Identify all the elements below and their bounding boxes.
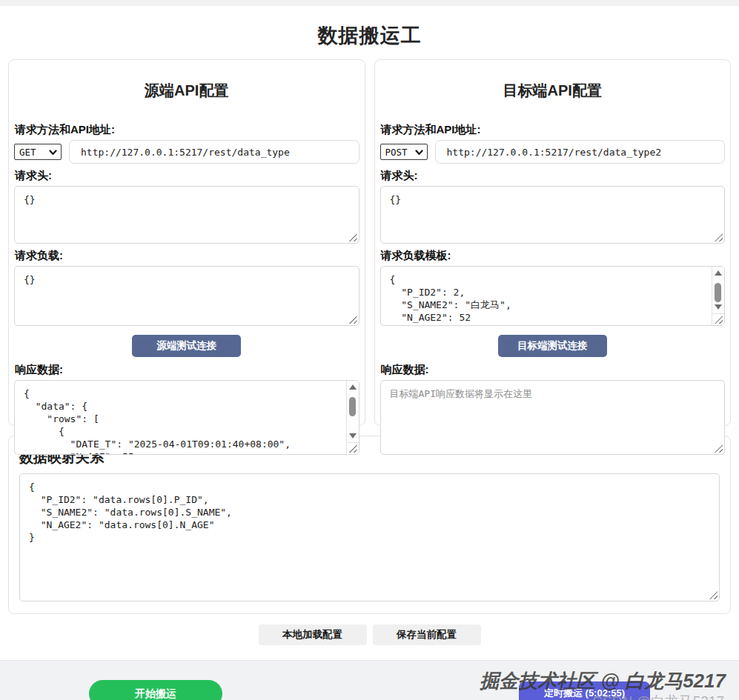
top-strip — [0, 0, 739, 6]
target-payload-value: { "P_ID2": 2, "S_NAME2": "白龙马", "N_AGE2"… — [381, 267, 725, 326]
resize-grip-icon[interactable] — [349, 233, 357, 241]
scrollbar[interactable] — [712, 267, 724, 313]
resize-grip-icon[interactable] — [349, 444, 357, 453]
mapping-value: { "P_ID2": "data.rows[0].P_ID", "S_NAME2… — [20, 474, 719, 550]
target-headers-textarea[interactable]: {} — [380, 186, 726, 244]
scroll-corner — [346, 442, 359, 454]
target-headers-label: 请求头: — [381, 169, 725, 183]
start-transfer-button[interactable]: 开始搬运 — [89, 680, 222, 700]
target-response-label: 响应数据: — [381, 363, 725, 377]
save-config-button[interactable]: 保存当前配置 — [373, 624, 481, 645]
scroll-up-icon[interactable] — [715, 270, 722, 276]
source-headers-textarea[interactable]: {} — [14, 186, 359, 244]
source-response-textarea[interactable]: { "data": { "rows": [ { "DATE_T": "2025-… — [14, 380, 359, 455]
resize-grip-icon[interactable] — [715, 316, 723, 324]
target-method-label: 请求方法和API地址: — [381, 123, 725, 137]
scroll-down-icon[interactable] — [715, 304, 722, 310]
scheduled-transfer-button[interactable]: 定时搬运 (5:02:55) — [519, 681, 650, 700]
scroll-up-icon[interactable] — [349, 384, 357, 390]
scrollbar-thumb[interactable] — [715, 283, 721, 302]
scroll-corner — [712, 313, 724, 325]
source-response-value: { "data": { "rows": [ { "DATE_T": "2025-… — [15, 381, 359, 455]
mapping-textarea[interactable]: { "P_ID2": "data.rows[0].P_ID", "S_NAME2… — [19, 473, 720, 601]
target-panel: 目标端API配置 请求方法和API地址: POST 请求头: {} 请求负载模板… — [374, 59, 732, 426]
source-method-label: 请求方法和API地址: — [15, 123, 359, 137]
source-response-label: 响应数据: — [15, 363, 359, 377]
resize-grip-icon[interactable] — [715, 444, 723, 453]
resize-grip-icon[interactable] — [709, 591, 718, 599]
scrollbar[interactable] — [346, 381, 359, 442]
target-response-textarea[interactable]: 目标端API响应数据将显示在这里 — [380, 380, 726, 455]
target-payload-textarea[interactable]: { "P_ID2": 2, "S_NAME2": "白龙马", "N_AGE2"… — [380, 266, 726, 326]
target-method-value: POST — [385, 147, 408, 158]
scrollbar-thumb[interactable] — [349, 397, 356, 416]
load-config-button[interactable]: 本地加载配置 — [259, 624, 367, 645]
target-response-placeholder: 目标端API响应数据将显示在这里 — [381, 381, 725, 407]
mapping-section: 数据映射关系 { "P_ID2": "data.rows[0].P_ID", "… — [8, 436, 731, 614]
footer: 开始搬运 定时搬运 (5:02:55) 掘金技术社区 @ 白龙马5217 CSD… — [0, 660, 739, 700]
source-payload-textarea[interactable]: {} — [14, 266, 359, 326]
page-title: 数据搬运工 — [0, 22, 739, 49]
source-panel: 源端API配置 请求方法和API地址: GET 请求头: {} 请求负载: {}… — [8, 59, 365, 426]
source-test-connection-button[interactable]: 源端测试连接 — [132, 335, 241, 357]
target-payload-label: 请求负载模板: — [381, 249, 725, 263]
source-payload-label: 请求负载: — [15, 249, 359, 263]
source-headers-label: 请求头: — [15, 169, 359, 183]
source-panel-title: 源端API配置 — [14, 81, 359, 101]
target-headers-value: {} — [381, 187, 725, 213]
target-method-select[interactable]: POST — [380, 144, 428, 160]
source-url-input[interactable] — [69, 140, 359, 164]
target-panel-title: 目标端API配置 — [380, 81, 726, 101]
panels-container: 源端API配置 请求方法和API地址: GET 请求头: {} 请求负载: {}… — [8, 59, 731, 426]
source-headers-value: {} — [15, 187, 359, 213]
target-test-connection-button[interactable]: 目标端测试连接 — [498, 335, 607, 357]
source-method-select[interactable]: GET — [14, 144, 62, 160]
source-method-value: GET — [19, 147, 36, 158]
source-payload-value: {} — [15, 267, 359, 293]
resize-grip-icon[interactable] — [715, 233, 723, 241]
chevron-down-icon — [49, 147, 57, 158]
config-buttons-row: 本地加载配置 保存当前配置 — [0, 624, 739, 645]
scroll-down-icon[interactable] — [349, 433, 357, 439]
target-url-input[interactable] — [435, 140, 726, 164]
chevron-down-icon — [415, 147, 423, 158]
resize-grip-icon[interactable] — [349, 316, 357, 324]
